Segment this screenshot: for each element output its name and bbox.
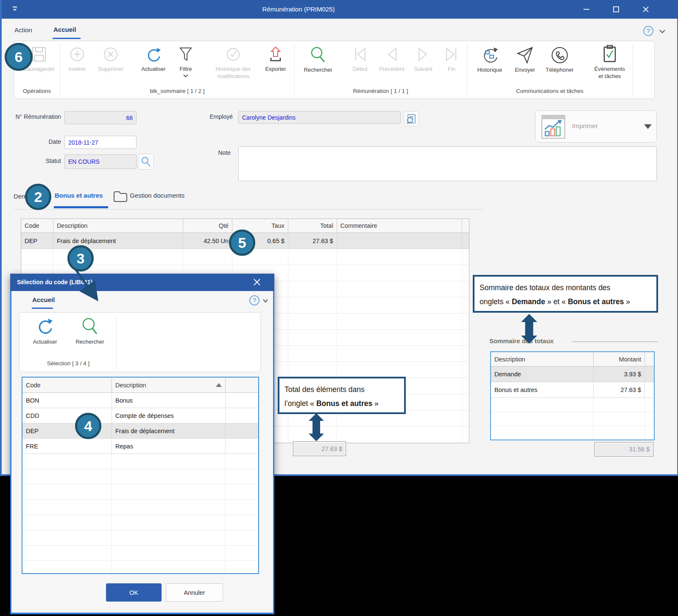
next-label: Suivant <box>409 65 438 73</box>
cell-montant: 3.93 $ <box>593 367 645 382</box>
tab-accueil[interactable]: Accueil <box>53 26 76 33</box>
description-header-label: Description <box>115 382 146 389</box>
telephoner-label: Téléphoner <box>539 66 580 73</box>
last-button[interactable]: Fin <box>439 46 464 73</box>
col-total[interactable]: Total <box>288 219 337 232</box>
col-code[interactable]: Code <box>21 219 53 232</box>
step-badge-2: 2 <box>25 184 51 210</box>
note-label: Note <box>195 149 231 156</box>
export-label: Exporter <box>259 65 293 73</box>
last-label: Fin <box>439 65 464 73</box>
sommaire-row-bonus[interactable]: Bonus et autres 27.63 $ <box>491 382 654 398</box>
step-badge-4: 4 <box>75 413 101 439</box>
statut-label: Statut <box>2 157 61 164</box>
statut-field[interactable]: EN COURS <box>64 154 137 169</box>
num-remuneration-field[interactable]: 68 <box>64 111 137 124</box>
search-record-button[interactable]: Rechercher <box>297 46 339 73</box>
titlebar: Rémunération (PRIM025) <box>2 0 678 19</box>
cell-filler <box>225 439 258 454</box>
ribbon-separator <box>633 44 633 95</box>
col-filler <box>225 378 258 392</box>
telephoner-button[interactable]: Téléphoner <box>539 46 580 73</box>
help-icon[interactable]: ? <box>249 295 260 308</box>
col-commentaire[interactable]: Commentaire <box>337 219 462 232</box>
tab-action[interactable]: Action <box>14 26 32 34</box>
col-montant[interactable]: Montant <box>593 352 645 366</box>
cell-description: Compte de dépenses <box>112 408 225 423</box>
col-description[interactable]: Description <box>53 219 183 232</box>
statut-search-button[interactable] <box>138 154 154 170</box>
cell-filler <box>645 367 654 382</box>
sommaire-table: Description Montant Demande 3.93 $ Bonus… <box>490 351 655 440</box>
bonus-tab-underline <box>54 206 108 208</box>
chevron-down-icon[interactable] <box>262 297 268 305</box>
dialog-refresh-button[interactable]: Actualiser <box>24 317 66 345</box>
employe-field[interactable]: Carolyne Desjardins <box>238 111 401 124</box>
cell-code: BON <box>22 393 112 408</box>
annuler-label: Annuler <box>184 589 205 596</box>
dialog-row-cdd[interactable]: CDD Compte de dépenses <box>22 408 258 423</box>
window-title: Rémunération (PRIM025) <box>2 6 595 13</box>
help-icon[interactable]: ? <box>643 25 654 38</box>
dialog-row-dep[interactable]: DEP Frais de déplacement <box>22 423 258 439</box>
cell-description: Bonus et autres <box>491 382 593 398</box>
historique-button[interactable]: Historique <box>470 46 510 73</box>
sommaire-table-header: Description Montant <box>491 352 654 367</box>
maximize-button[interactable] <box>609 4 623 15</box>
col-filler <box>462 219 469 232</box>
history-modifications-button[interactable]: Historique des modifications <box>205 46 261 80</box>
col-qte[interactable]: Qté <box>183 219 232 232</box>
cell-total: 27.63 $ <box>288 233 337 249</box>
envoyer-button[interactable]: Envoyer <box>510 46 540 73</box>
group-remuneration: Rémunération [ 1 / 1 ] <box>294 88 467 94</box>
next-button[interactable]: Suivant <box>409 46 438 73</box>
employe-lookup-button[interactable] <box>404 111 419 126</box>
cell-qte: 42.50 Un <box>183 233 232 249</box>
previous-button[interactable]: Précédent <box>374 46 410 73</box>
tab-gestion-documents[interactable]: Gestion documents <box>130 192 184 199</box>
date-field[interactable]: 2018-11-27 <box>64 136 137 149</box>
svg-text:?: ? <box>253 297 256 304</box>
evenements-button[interactable]: Événements et tâches <box>588 44 632 80</box>
imprimer-button[interactable]: Imprimer <box>535 110 657 143</box>
refresh-button[interactable]: Actualiser <box>134 46 173 73</box>
minimize-button[interactable] <box>579 4 594 15</box>
ok-button[interactable]: OK <box>106 583 162 602</box>
note-field[interactable] <box>238 146 657 181</box>
screenshot-canvas: Rémunération (PRIM025) Action Accueil ? <box>0 0 678 616</box>
insert-label: Insérer <box>61 65 93 73</box>
imprimer-dropdown-icon[interactable] <box>644 124 652 129</box>
tab-bonus-et-autres[interactable]: Bonus et autres <box>55 192 103 199</box>
insert-button[interactable]: Insérer <box>61 46 93 73</box>
cell-description: Bonus <box>112 393 225 408</box>
cell-description: Repas <box>112 439 225 454</box>
dialog-row-bon[interactable]: BON Bonus <box>22 393 258 408</box>
ribbon-separator <box>116 316 117 369</box>
history-mod-label-1: Historique des <box>205 65 261 73</box>
export-button[interactable]: Exporter <box>259 46 293 73</box>
dialog-code-table: Code Description BON Bonus CDD Compte de… <box>22 377 259 574</box>
cell-code: DEP <box>21 233 53 249</box>
num-remuneration-label: N° Rémunération <box>2 113 61 120</box>
filter-button[interactable]: Filtre <box>173 46 198 80</box>
first-label: Début <box>346 65 374 73</box>
first-button[interactable]: Début <box>346 46 374 73</box>
dialog-tab-accueil[interactable]: Accueil <box>32 296 55 303</box>
chevron-down-icon[interactable] <box>659 28 666 36</box>
dialog-close-button[interactable] <box>253 278 261 288</box>
dialog-search-button[interactable]: Rechercher <box>67 317 113 345</box>
annuler-button[interactable]: Annuler <box>166 583 223 602</box>
nav-previous-icon <box>383 46 400 64</box>
cell-filler <box>225 423 258 439</box>
cell-description: Frais de déplacement <box>112 423 225 439</box>
close-button[interactable] <box>639 4 653 15</box>
bonus-total-field: 27.63 $ <box>293 441 346 456</box>
col-code[interactable]: Code <box>22 378 112 392</box>
sommaire-row-demande[interactable]: Demande 3.93 $ <box>491 367 654 382</box>
delete-button[interactable]: Supprimer <box>92 46 129 73</box>
dialog-row-fre[interactable]: FRE Repas <box>22 439 258 454</box>
callout-arrow-3 <box>68 264 106 306</box>
col-description[interactable]: Description <box>112 378 225 392</box>
col-description[interactable]: Description <box>491 352 593 366</box>
employe-value: Carolyne Desjardins <box>242 114 296 121</box>
